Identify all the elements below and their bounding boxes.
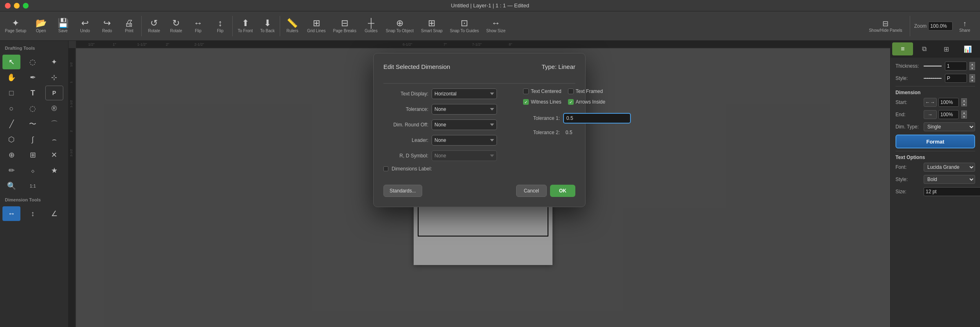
to-front-button[interactable]: ⬆ To Front <box>234 17 256 35</box>
maximize-button[interactable] <box>23 3 29 9</box>
arrows-inside-checkbox-group[interactable]: ✓ Arrows Inside <box>568 99 606 105</box>
end-pct-input[interactable] <box>938 110 959 119</box>
start-down[interactable]: ▼ <box>961 102 967 106</box>
grid-lines-button[interactable]: ⊞ Grid Lines <box>304 17 329 35</box>
smart-snap-button[interactable]: ⊞ Smart Snap <box>418 17 446 35</box>
polygon-tool[interactable]: ⬡ <box>2 132 20 147</box>
style-input[interactable] <box>945 74 967 83</box>
arrows-inside-checkbox[interactable]: ✓ <box>568 99 574 105</box>
open-button[interactable]: 📂 Open <box>30 17 51 35</box>
select-tool[interactable]: ↖ <box>2 55 20 69</box>
flip-h-button[interactable]: ↔ Flip <box>187 17 209 35</box>
line-tool[interactable]: ╱ <box>2 117 20 131</box>
text-tool[interactable]: T <box>24 86 42 100</box>
end-up[interactable]: ▲ <box>961 110 967 115</box>
zoom-input[interactable] <box>928 22 953 31</box>
style-down[interactable]: ▼ <box>969 78 975 82</box>
redo-button[interactable]: ↪ Redo <box>96 17 118 35</box>
wave-tool[interactable]: 〜 <box>24 117 42 131</box>
zoom-tool[interactable]: 🔍 <box>2 179 20 193</box>
oval-tool[interactable]: ◌ <box>24 101 42 116</box>
flip-v-button[interactable]: ↕ Flip <box>209 17 231 35</box>
guides-button[interactable]: ┼ Guides <box>361 17 382 35</box>
text-framed-checkbox[interactable] <box>568 88 574 94</box>
end-stepper[interactable]: ▲ ▼ <box>961 110 967 119</box>
thickness-stepper[interactable]: ▲ ▼ <box>969 62 975 70</box>
show-size-button[interactable]: ↔ Show Size <box>483 17 509 35</box>
dim-type-select[interactable]: Single Baseline Chain <box>924 122 975 131</box>
cancel-button[interactable]: Cancel <box>516 185 547 197</box>
pan-tool[interactable]: ✋ <box>2 70 20 85</box>
minimize-button[interactable] <box>14 3 20 9</box>
dim-linear-tool[interactable]: ↔ <box>2 206 20 221</box>
to-back-button[interactable]: ⬇ To Back <box>257 17 278 35</box>
ok-button[interactable]: OK <box>550 185 575 197</box>
start-up[interactable]: ▲ <box>961 98 967 102</box>
tab-settings[interactable]: ≡ <box>892 42 913 55</box>
undo-button[interactable]: ↩ Undo <box>74 17 96 35</box>
text-centered-checkbox[interactable] <box>523 88 529 94</box>
place-tool[interactable]: P <box>45 86 63 100</box>
pencil2-tool[interactable]: ✏ <box>2 163 20 178</box>
witness-lines-checkbox[interactable]: ✓ <box>523 99 529 105</box>
tolerance-select[interactable]: None Symmetric Deviation <box>432 104 497 115</box>
lasso-tool[interactable]: ◌ <box>24 55 42 69</box>
canvas-area[interactable]: 1/2" 1" 1-1/2" 2" 2-1/2" 6-1/2" 7" 7-1/2… <box>69 41 890 327</box>
start-stepper[interactable]: ▲ ▼ <box>961 98 967 106</box>
start-pct-input[interactable] <box>938 98 959 107</box>
end-arrow-btn[interactable]: → <box>924 110 937 119</box>
rotate-left-button[interactable]: ↺ Rotate <box>143 17 165 35</box>
thickness-input[interactable] <box>945 62 967 71</box>
rotate-right-button[interactable]: ↻ Rotate <box>165 17 187 35</box>
tolerance1-input[interactable] <box>563 113 631 124</box>
tab-grid[interactable]: ⊞ <box>936 42 957 55</box>
style-stepper[interactable]: ▲ ▼ <box>969 74 975 82</box>
poly-edit-tool[interactable]: ⊹ <box>45 70 63 85</box>
rd-symbol-select[interactable]: None <box>432 150 497 161</box>
pen-tool[interactable]: ✒ <box>24 70 42 85</box>
text-centered-checkbox-group[interactable]: Text Centered <box>523 88 561 94</box>
rulers-button[interactable]: 📏 Rulers <box>282 17 303 35</box>
font-select[interactable]: Lucida Grande Arial Helvetica <box>924 163 975 172</box>
scale-tool[interactable]: 1:1 <box>24 179 42 193</box>
spline-tool[interactable]: ∫ <box>24 132 42 147</box>
text-display-select[interactable]: Horizontal Vertical Aligned <box>432 88 497 99</box>
dim-round-off-select[interactable]: None 0.5 1 <box>432 119 497 130</box>
circle-tool[interactable]: ○ <box>2 101 20 116</box>
standards-button[interactable]: Standards... <box>383 185 422 197</box>
witness-lines-checkbox-group[interactable]: ✓ Witness Lines <box>523 99 561 105</box>
star-tool[interactable]: ★ <box>45 163 63 178</box>
pencil-star-tool[interactable]: ✦ <box>45 55 63 69</box>
arc-tool[interactable]: ⌢ <box>45 132 63 147</box>
snap-to-guides-button[interactable]: ⊡ Snap To Guides <box>447 17 482 35</box>
curve-tool[interactable]: ⌒ <box>45 117 63 131</box>
dim-angle-tool[interactable]: ∠ <box>45 206 63 221</box>
rect-tool[interactable]: □ <box>2 86 20 100</box>
leader-select[interactable]: None Arrow <box>432 135 497 146</box>
show-hide-panels-button[interactable]: ⊟ Show/Hide Panels <box>866 18 906 34</box>
page-setup-button[interactable]: ✦ Page Setup <box>2 17 29 35</box>
tab-layers[interactable]: ⧉ <box>914 42 935 55</box>
text-framed-checkbox-group[interactable]: Text Framed <box>568 88 603 94</box>
font-style-select[interactable]: Bold Regular Italic <box>924 175 975 184</box>
page-breaks-button[interactable]: ⊟ Page Breaks <box>330 17 360 35</box>
dim-vertical-tool[interactable]: ↕ <box>24 206 42 221</box>
thickness-up[interactable]: ▲ <box>969 62 975 66</box>
share-button[interactable]: ↑ Share <box>956 18 973 34</box>
style-up[interactable]: ▲ <box>969 74 975 78</box>
end-down[interactable]: ▼ <box>961 115 967 119</box>
close-button[interactable] <box>5 3 11 9</box>
format-button[interactable]: Format <box>895 135 975 148</box>
start-arrow-btn[interactable]: ←→ <box>924 98 937 107</box>
thickness-down[interactable]: ▼ <box>969 66 975 70</box>
size-input[interactable] <box>924 187 980 196</box>
registered-tool[interactable]: ® <box>45 101 63 116</box>
print-button[interactable]: 🖨 Print <box>118 17 140 35</box>
connect-tool[interactable]: ⊞ <box>24 148 42 162</box>
delete-tool[interactable]: ✕ <box>45 148 63 162</box>
save-button[interactable]: 💾 Save <box>52 17 74 35</box>
bucket-tool[interactable]: ⬦ <box>24 163 42 178</box>
tab-chart[interactable]: 📊 <box>958 42 978 55</box>
dimensions-label-checkbox[interactable] <box>383 166 388 171</box>
snap-point-tool[interactable]: ⊕ <box>2 148 20 162</box>
